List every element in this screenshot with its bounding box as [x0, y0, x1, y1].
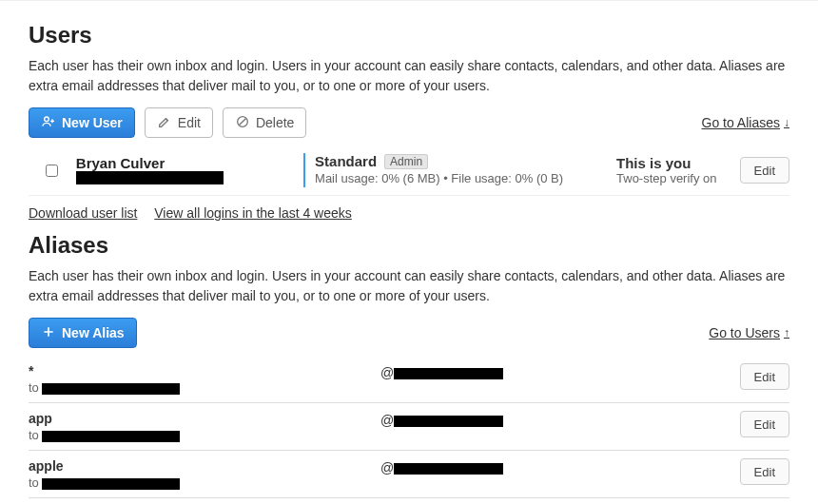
edit-alias-button[interactable]: Edit: [740, 411, 789, 437]
delete-user-label: Delete: [256, 115, 294, 130]
delete-user-button[interactable]: Delete: [223, 107, 306, 138]
user-name-col: Bryan Culver: [76, 153, 303, 187]
two-step-label: Two-step verify on: [616, 171, 740, 185]
alias-row: apple to @ Edit: [29, 451, 789, 498]
alias-to: to: [29, 380, 380, 395]
go-to-users-text: Go to Users: [709, 325, 780, 340]
new-user-button[interactable]: New User: [29, 107, 135, 138]
alias-row: * to @ Edit: [29, 356, 789, 403]
edit-user-label: Edit: [178, 115, 201, 130]
user-plan: Standard: [315, 153, 377, 169]
edit-alias-button[interactable]: Edit: [740, 458, 789, 485]
new-user-label: New User: [62, 115, 123, 130]
pencil-icon: [157, 114, 172, 132]
go-to-aliases-text: Go to Aliases: [702, 115, 781, 130]
alias-domain: @: [380, 411, 694, 428]
plus-icon: [41, 324, 56, 342]
this-is-you-label: This is you: [616, 155, 740, 171]
edit-row-button[interactable]: Edit: [740, 157, 789, 184]
edit-alias-button[interactable]: Edit: [740, 363, 789, 390]
user-name: Bryan Culver: [76, 155, 303, 171]
go-to-aliases-link[interactable]: Go to Aliases ↓: [702, 115, 790, 130]
users-description: Each user has their own inbox and login.…: [29, 56, 789, 96]
user-email-redacted: [76, 171, 224, 184]
alias-row: app to @ Edit: [29, 403, 789, 451]
new-alias-button[interactable]: New Alias: [29, 318, 137, 348]
user-checkbox-cell: [29, 153, 76, 187]
user-edit-col: Edit: [740, 153, 789, 187]
user-row: Bryan Culver Standard Admin Mail usage: …: [29, 145, 789, 196]
user-checkbox[interactable]: [46, 165, 58, 177]
aliases-toolbar: New Alias Go to Users ↑: [29, 318, 789, 348]
new-alias-label: New Alias: [62, 325, 125, 340]
user-plan-col: Standard Admin Mail usage: 0% (6 MB) • F…: [303, 153, 616, 187]
alias-local: apple: [29, 458, 380, 474]
alias-local: app: [29, 411, 380, 426]
user-plus-icon: [41, 114, 56, 132]
edit-user-button[interactable]: Edit: [145, 107, 213, 138]
alias-to: to: [29, 428, 380, 442]
aliases-heading: Aliases: [29, 232, 789, 259]
alias-domain-redacted: [394, 368, 503, 379]
arrow-down-icon: ↓: [784, 116, 789, 129]
alias-domain: @: [380, 458, 694, 475]
users-heading: Users: [29, 22, 789, 48]
arrow-up-icon: ↑: [784, 326, 789, 339]
go-to-users-link[interactable]: Go to Users ↑: [709, 325, 789, 340]
alias-to-redacted: [42, 478, 180, 490]
admin-badge: Admin: [384, 154, 428, 169]
prohibit-icon: [235, 114, 250, 132]
aliases-description: Each user has their own inbox and login.…: [29, 266, 789, 306]
user-status-col: This is you Two-step verify on: [616, 153, 740, 187]
view-logins-link[interactable]: View all logins in the last 4 weeks: [154, 205, 352, 221]
svg-point-0: [45, 117, 49, 122]
users-footer-links: Download user list View all logins in th…: [29, 205, 789, 221]
download-user-list-link[interactable]: Download user list: [29, 205, 137, 221]
users-toolbar: New User Edit Delete Go to Aliases ↓: [29, 107, 789, 138]
alias-to-redacted: [42, 383, 180, 395]
user-usage: Mail usage: 0% (6 MB) • File usage: 0% (…: [315, 171, 616, 185]
alias-to-redacted: [42, 431, 180, 442]
alias-to: to: [29, 475, 380, 490]
alias-domain-redacted: [394, 416, 503, 427]
alias-local: *: [29, 363, 380, 378]
alias-domain-redacted: [394, 463, 503, 475]
alias-domain: @: [380, 363, 694, 380]
